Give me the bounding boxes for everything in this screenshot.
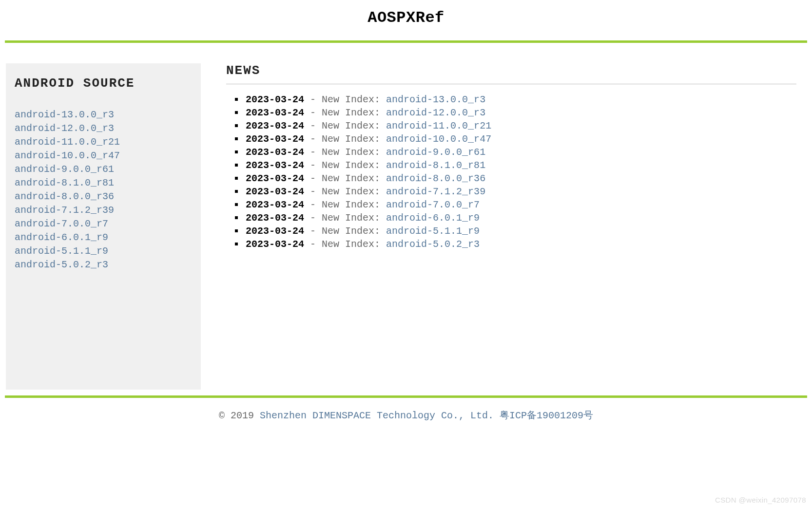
news-link[interactable]: android-8.0.0_r36 xyxy=(386,173,485,184)
news-separator: - xyxy=(304,199,322,210)
news-item: 2023-03-24 - New Index: android-13.0.0_r… xyxy=(235,93,796,106)
news-link[interactable]: android-11.0.0_r21 xyxy=(386,120,491,131)
news-list: 2023-03-24 - New Index: android-13.0.0_r… xyxy=(226,93,796,251)
sidebar-link[interactable]: android-9.0.0_r61 xyxy=(15,164,114,175)
news-item: 2023-03-24 - New Index: android-5.1.1_r9 xyxy=(235,225,796,238)
icp-link[interactable]: 粤ICP备19001209号 xyxy=(500,410,593,421)
news-description: New Index: xyxy=(322,225,380,237)
sidebar-link[interactable]: android-7.0.0_r7 xyxy=(15,218,108,229)
news-link[interactable]: android-10.0.0_r47 xyxy=(386,133,491,145)
news-item: 2023-03-24 - New Index: android-7.1.2_r3… xyxy=(235,185,796,198)
news-description: New Index: xyxy=(322,133,380,145)
sidebar-item: android-10.0.0_r47 xyxy=(15,149,192,163)
news-link[interactable]: android-9.0.0_r61 xyxy=(386,147,485,158)
news-separator: - xyxy=(304,239,322,250)
news-date: 2023-03-24 xyxy=(246,160,304,171)
news-separator: - xyxy=(304,120,322,131)
sidebar-item: android-11.0.0_r21 xyxy=(15,135,192,149)
sidebar: ANDROID SOURCE android-13.0.0_r3android-… xyxy=(6,63,201,390)
news-link[interactable]: android-5.0.2_r3 xyxy=(386,239,480,250)
news-separator: - xyxy=(304,212,322,224)
news-separator: - xyxy=(304,133,322,145)
sidebar-list: android-13.0.0_r3android-12.0.0_r3androi… xyxy=(15,108,192,272)
news-date: 2023-03-24 xyxy=(246,107,304,118)
news-divider xyxy=(226,84,796,84)
sidebar-link[interactable]: android-12.0.0_r3 xyxy=(15,123,114,134)
sidebar-link[interactable]: android-10.0.0_r47 xyxy=(15,150,120,161)
company-link[interactable]: Shenzhen DIMENSPACE Technology Co., Ltd. xyxy=(260,410,494,421)
sidebar-link[interactable]: android-7.1.2_r39 xyxy=(15,205,114,216)
news-section: NEWS 2023-03-24 - New Index: android-13.… xyxy=(226,63,806,390)
news-separator: - xyxy=(304,173,322,184)
news-description: New Index: xyxy=(322,147,380,158)
news-description: New Index: xyxy=(322,212,380,224)
sidebar-item: android-12.0.0_r3 xyxy=(15,122,192,135)
news-item: 2023-03-24 - New Index: android-8.0.0_r3… xyxy=(235,172,796,185)
news-item: 2023-03-24 - New Index: android-8.1.0_r8… xyxy=(235,159,796,172)
sidebar-link[interactable]: android-8.0.0_r36 xyxy=(15,191,114,202)
page-title: AOSPXRef xyxy=(5,0,807,40)
news-link[interactable]: android-5.1.1_r9 xyxy=(386,225,480,237)
main-layout: ANDROID SOURCE android-13.0.0_r3android-… xyxy=(5,43,807,395)
sidebar-item: android-8.0.0_r36 xyxy=(15,190,192,204)
sidebar-item: android-13.0.0_r3 xyxy=(15,108,192,122)
sidebar-item: android-8.1.0_r81 xyxy=(15,176,192,190)
news-heading: NEWS xyxy=(226,63,796,78)
news-separator: - xyxy=(304,160,322,171)
sidebar-item: android-5.0.2_r3 xyxy=(15,258,192,272)
news-item: 2023-03-24 - New Index: android-5.0.2_r3 xyxy=(235,238,796,251)
sidebar-link[interactable]: android-13.0.0_r3 xyxy=(15,109,114,120)
news-link[interactable]: android-7.1.2_r39 xyxy=(386,186,485,197)
news-description: New Index: xyxy=(322,199,380,210)
news-item: 2023-03-24 - New Index: android-11.0.0_r… xyxy=(235,119,796,132)
sidebar-item: android-5.1.1_r9 xyxy=(15,244,192,258)
news-date: 2023-03-24 xyxy=(246,173,304,184)
sidebar-link[interactable]: android-5.0.2_r3 xyxy=(15,259,108,270)
news-date: 2023-03-24 xyxy=(246,120,304,131)
news-description: New Index: xyxy=(322,160,380,171)
news-date: 2023-03-24 xyxy=(246,212,304,224)
news-date: 2023-03-24 xyxy=(246,94,304,105)
news-description: New Index: xyxy=(322,239,380,250)
news-description: New Index: xyxy=(322,173,380,184)
news-separator: - xyxy=(304,94,322,105)
news-date: 2023-03-24 xyxy=(246,239,304,250)
news-separator: - xyxy=(304,186,322,197)
sidebar-item: android-6.0.1_r9 xyxy=(15,231,192,244)
news-item: 2023-03-24 - New Index: android-10.0.0_r… xyxy=(235,132,796,146)
sidebar-heading: ANDROID SOURCE xyxy=(15,76,192,91)
news-link[interactable]: android-6.0.1_r9 xyxy=(386,212,480,224)
sidebar-link[interactable]: android-11.0.0_r21 xyxy=(15,136,120,148)
news-date: 2023-03-24 xyxy=(246,199,304,210)
copyright-prefix: © 2019 xyxy=(219,410,260,421)
sidebar-item: android-7.1.2_r39 xyxy=(15,204,192,217)
footer: © 2019 Shenzhen DIMENSPACE Technology Co… xyxy=(5,398,807,430)
news-separator: - xyxy=(304,147,322,158)
sidebar-link[interactable]: android-5.1.1_r9 xyxy=(15,245,108,257)
news-description: New Index: xyxy=(322,94,380,105)
news-description: New Index: xyxy=(322,186,380,197)
news-date: 2023-03-24 xyxy=(246,186,304,197)
news-date: 2023-03-24 xyxy=(246,147,304,158)
news-item: 2023-03-24 - New Index: android-12.0.0_r… xyxy=(235,106,796,119)
news-description: New Index: xyxy=(322,107,380,118)
news-link[interactable]: android-13.0.0_r3 xyxy=(386,94,485,105)
news-date: 2023-03-24 xyxy=(246,225,304,237)
sidebar-item: android-9.0.0_r61 xyxy=(15,163,192,176)
news-date: 2023-03-24 xyxy=(246,133,304,145)
sidebar-link[interactable]: android-6.0.1_r9 xyxy=(15,232,108,243)
sidebar-link[interactable]: android-8.1.0_r81 xyxy=(15,177,114,188)
news-separator: - xyxy=(304,225,322,237)
news-item: 2023-03-24 - New Index: android-7.0.0_r7 xyxy=(235,198,796,211)
sidebar-item: android-7.0.0_r7 xyxy=(15,217,192,231)
news-item: 2023-03-24 - New Index: android-9.0.0_r6… xyxy=(235,146,796,159)
news-description: New Index: xyxy=(322,120,380,131)
news-separator: - xyxy=(304,107,322,118)
news-link[interactable]: android-8.1.0_r81 xyxy=(386,160,485,171)
news-link[interactable]: android-12.0.0_r3 xyxy=(386,107,485,118)
news-link[interactable]: android-7.0.0_r7 xyxy=(386,199,480,210)
news-item: 2023-03-24 - New Index: android-6.0.1_r9 xyxy=(235,211,796,225)
